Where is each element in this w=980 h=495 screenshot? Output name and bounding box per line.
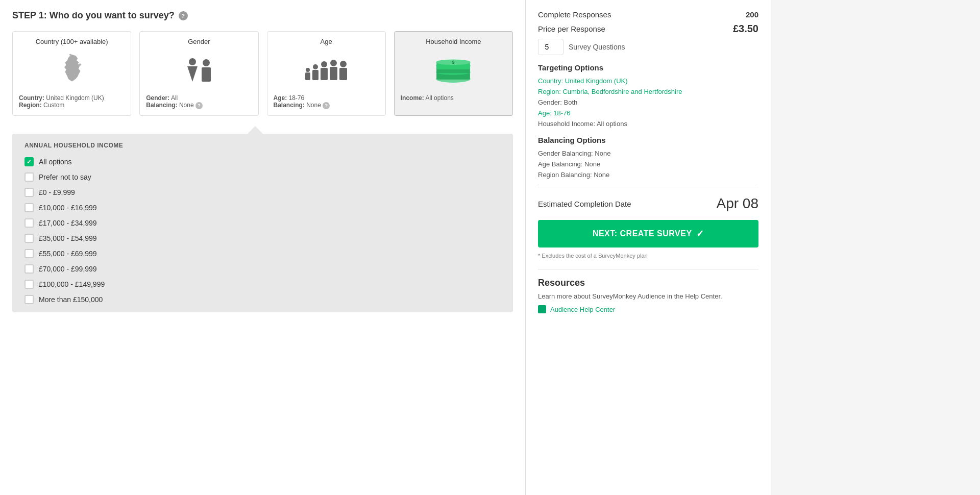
country-label: Country: — [19, 94, 44, 102]
arrow-up-icon — [248, 126, 263, 134]
uk-map-svg — [57, 52, 87, 88]
income-option-55000-69999[interactable]: £55,000 - £69,999 — [24, 249, 501, 258]
teen-torso — [312, 70, 318, 80]
region-label: Region: — [19, 102, 42, 109]
targeting-region-link[interactable]: Region: Cumbria, Bedfordshire and Hertfo… — [538, 88, 682, 95]
age-card-title: Age — [274, 38, 379, 45]
resources-link[interactable]: Audience Help Center — [538, 305, 758, 313]
age-help-icon[interactable]: ? — [323, 102, 330, 109]
teen-head — [313, 64, 318, 69]
targeting-age-link[interactable]: Age: 18-76 — [538, 109, 571, 117]
income-option-10000-16999[interactable]: £10,000 - £16,999 — [24, 203, 501, 212]
resources-title: Resources — [538, 278, 758, 288]
targeting-region-option[interactable]: Region: Cumbria, Bedfordshire and Hertfo… — [538, 88, 758, 95]
targeting-country-option[interactable]: Country: United Kingdom (UK) — [538, 77, 758, 85]
income-section-title: ANNUAL HOUSEHOLD INCOME — [24, 142, 501, 149]
150000-plus-checkbox[interactable] — [24, 295, 34, 304]
country-card-desc: Country: United Kingdom (UK) Region: Cus… — [19, 94, 125, 109]
adult-figure — [321, 61, 328, 80]
male-figure — [202, 59, 211, 82]
survey-questions-row: Survey Questions — [538, 39, 758, 55]
left-panel: STEP 1: Who do you want to survey? ? Cou… — [0, 0, 526, 495]
70000-99999-label: £70,000 - £99,999 — [39, 265, 97, 273]
55000-69999-checkbox[interactable] — [24, 249, 34, 258]
income-option-prefer-not[interactable]: Prefer not to say — [24, 172, 501, 182]
country-value: United Kingdom (UK) — [46, 94, 104, 102]
income-option-35000-54999[interactable]: £35,000 - £54,999 — [24, 234, 501, 243]
targeting-gender-label: Gender: Both — [538, 98, 577, 106]
targeting-income-option: Household Income: All options — [538, 120, 758, 128]
arrow-divider — [12, 126, 498, 134]
male-torso — [202, 67, 211, 82]
gender-balancing-label: Gender Balancing: None — [538, 150, 610, 157]
adult-torso — [321, 68, 328, 80]
create-survey-button[interactable]: NEXT: CREATE SURVEY ✓ — [538, 220, 758, 247]
older-head — [330, 60, 337, 66]
10000-16999-label: £10,000 - £16,999 — [39, 204, 97, 212]
prefer-not-checkbox[interactable] — [24, 172, 34, 182]
estimated-completion-date: Apr 08 — [717, 195, 759, 212]
region-balancing-option: Region Balancing: None — [538, 171, 758, 179]
gender-card-desc: Gender: All Balancing: None ? — [146, 94, 252, 109]
age-card[interactable]: Age — [267, 31, 386, 116]
targeting-income-label: Household Income: All options — [538, 120, 627, 128]
17000-34999-checkbox[interactable] — [24, 218, 34, 228]
10000-16999-checkbox[interactable] — [24, 203, 34, 212]
help-icon[interactable]: ? — [179, 11, 188, 20]
household-income-card[interactable]: Household Income $ — [394, 31, 513, 116]
country-card[interactable]: Country (100+ available) Country: United… — [12, 31, 131, 116]
gender-card[interactable]: Gender Gender: All Balancin — [139, 31, 258, 116]
0-9999-label: £0 - £9,999 — [39, 188, 75, 196]
country-card-title: Country (100+ available) — [19, 38, 125, 45]
55000-69999-label: £55,000 - £69,999 — [39, 250, 97, 258]
all-options-checkbox[interactable] — [24, 157, 34, 166]
survey-questions-input[interactable] — [538, 39, 564, 55]
targeting-age-option[interactable]: Age: 18-76 — [538, 109, 758, 117]
gender-balancing-option: Gender Balancing: None — [538, 150, 758, 157]
0-9999-checkbox[interactable] — [24, 188, 34, 197]
income-section: ANNUAL HOUSEHOLD INCOME All options Pref… — [12, 134, 513, 312]
income-option-100000-149999[interactable]: £100,000 - £149,999 — [24, 280, 501, 289]
elderly-head — [340, 61, 347, 67]
female-dress — [187, 66, 198, 82]
income-card-desc: Income: All options — [401, 94, 506, 102]
svg-text:$: $ — [452, 60, 455, 65]
child-torso — [305, 72, 310, 80]
gender-balancing-label: Balancing: — [146, 102, 177, 109]
age-card-icon — [274, 50, 379, 90]
country-card-icon — [19, 50, 125, 90]
excludes-note: * Excludes the cost of a SurveyMonkey pl… — [538, 253, 758, 259]
age-value: 18-76 — [289, 94, 305, 102]
100000-149999-checkbox[interactable] — [24, 280, 34, 289]
age-balancing-label: Age Balancing: None — [538, 160, 600, 168]
age-balancing-label: Balancing: — [274, 102, 305, 109]
70000-99999-checkbox[interactable] — [24, 264, 34, 274]
age-balancing-option: Age Balancing: None — [538, 160, 758, 168]
teen-figure — [312, 64, 318, 80]
female-figure — [187, 58, 198, 82]
35000-54999-checkbox[interactable] — [24, 234, 34, 243]
all-options-label: All options — [39, 158, 72, 166]
price-per-response-row: Price per Response £3.50 — [538, 23, 758, 35]
balancing-options-heading: Balancing Options — [538, 136, 758, 144]
resources-section: Resources Learn more about SurveyMonkey … — [538, 269, 758, 313]
income-option-all[interactable]: All options — [24, 157, 501, 166]
money-svg: $ — [433, 52, 474, 88]
income-option-150000-plus[interactable]: More than £150,000 — [24, 295, 501, 304]
elderly-torso — [339, 68, 347, 80]
elderly-figure — [339, 61, 347, 80]
complete-responses-label: Complete Responses — [538, 10, 611, 19]
gender-value: All — [171, 94, 178, 102]
income-option-0-9999[interactable]: £0 - £9,999 — [24, 188, 501, 197]
estimated-date-row: Estimated Completion Date Apr 08 — [538, 195, 758, 212]
age-figures — [305, 60, 347, 80]
gender-help-icon[interactable]: ? — [195, 102, 203, 109]
targeting-country-link[interactable]: Country: United Kingdom (UK) — [538, 77, 628, 85]
targeting-options-heading: Targeting Options — [538, 63, 758, 72]
income-option-17000-34999[interactable]: £17,000 - £34,999 — [24, 218, 501, 228]
income-option-70000-99999[interactable]: £70,000 - £99,999 — [24, 264, 501, 274]
older-figure — [330, 60, 337, 80]
targeting-gender-option: Gender: Both — [538, 98, 758, 106]
100000-149999-label: £100,000 - £149,999 — [39, 280, 105, 288]
prefer-not-label: Prefer not to say — [39, 173, 91, 181]
